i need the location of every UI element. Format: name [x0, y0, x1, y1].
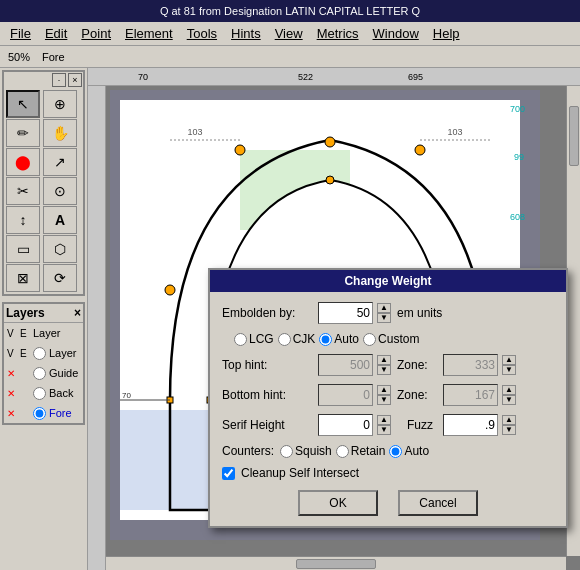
- top-zone-input[interactable]: [443, 354, 498, 376]
- layer-row-back[interactable]: ✕ Back: [4, 383, 83, 403]
- bottom-zone-down[interactable]: ▼: [502, 395, 516, 405]
- menu-element[interactable]: Element: [119, 24, 179, 43]
- top-hint-input[interactable]: [318, 354, 373, 376]
- col-visible: V: [7, 328, 17, 339]
- menu-metrics[interactable]: Metrics: [311, 24, 365, 43]
- counters-label: Counters:: [222, 444, 274, 458]
- top-hint-spinner: ▲ ▼: [377, 355, 391, 375]
- top-zone-up[interactable]: ▲: [502, 355, 516, 365]
- titlebar-text: Q at 81 from Designation LATIN CAPITAL L…: [160, 5, 420, 17]
- layer-select-back[interactable]: [33, 387, 46, 400]
- tool-draw[interactable]: ✏: [6, 119, 40, 147]
- scrollbar-vertical[interactable]: [566, 86, 580, 556]
- embolden-up[interactable]: ▲: [377, 303, 391, 313]
- layer-visible-layer[interactable]: V: [7, 348, 17, 359]
- radio-auto[interactable]: [319, 333, 332, 346]
- ok-button[interactable]: OK: [298, 490, 378, 516]
- fuzz-down[interactable]: ▼: [502, 425, 516, 435]
- layer-row-fore[interactable]: ✕ Fore: [4, 403, 83, 423]
- menu-file[interactable]: File: [4, 24, 37, 43]
- radio-auto-label[interactable]: Auto: [319, 332, 359, 346]
- bottom-hint-down[interactable]: ▼: [377, 395, 391, 405]
- layer-row-layer[interactable]: V E Layer: [4, 343, 83, 363]
- radio-custom[interactable]: [363, 333, 376, 346]
- layer-visible-fore[interactable]: ✕: [7, 408, 17, 419]
- svg-point-11: [165, 285, 175, 295]
- bottom-hint-row: Bottom hint: ▲ ▼ Zone: ▲ ▼: [222, 384, 554, 406]
- layer-indicator: Fore: [38, 50, 69, 64]
- tool-rotate[interactable]: ⟳: [43, 264, 77, 292]
- tool-panel-close[interactable]: ×: [68, 73, 82, 87]
- tool-transform[interactable]: ⊠: [6, 264, 40, 292]
- fuzz-input[interactable]: [443, 414, 498, 436]
- layer-visible-guide[interactable]: ✕: [7, 368, 17, 379]
- bottom-hint-input[interactable]: [318, 384, 373, 406]
- top-zone-down[interactable]: ▼: [502, 365, 516, 375]
- menu-view[interactable]: View: [269, 24, 309, 43]
- canvas-area[interactable]: 70 522 695: [88, 68, 580, 570]
- embolden-input[interactable]: [318, 302, 373, 324]
- layers-close[interactable]: ×: [74, 306, 81, 320]
- tool-grid: ↖ ⊕ ✏ ✋ ⬤ ↗ ✂ ⊙ ↕ A ▭ ⬡ ⊠ ⟳: [4, 88, 83, 294]
- layer-select-layer[interactable]: [33, 347, 46, 360]
- scrollbar-horizontal[interactable]: [106, 556, 566, 570]
- tool-point[interactable]: ⬤: [6, 148, 40, 176]
- counter-squish-label[interactable]: Squish: [280, 444, 332, 458]
- radio-cjk-label[interactable]: CJK: [278, 332, 316, 346]
- layer-row-guide[interactable]: ✕ Guide: [4, 363, 83, 383]
- tool-ruler[interactable]: ↕: [6, 206, 40, 234]
- radio-lcg-label[interactable]: LCG: [234, 332, 274, 346]
- tool-poly[interactable]: ⬡: [43, 235, 77, 263]
- layer-select-guide[interactable]: [33, 367, 46, 380]
- counter-auto-label[interactable]: Auto: [389, 444, 429, 458]
- tool-magnify[interactable]: ⊕: [43, 90, 77, 118]
- tool-circle[interactable]: ⊙: [43, 177, 77, 205]
- tool-tangent[interactable]: ↗: [43, 148, 77, 176]
- bottom-hint-up[interactable]: ▲: [377, 385, 391, 395]
- tool-panel-minimize[interactable]: ·: [52, 73, 66, 87]
- tool-cut[interactable]: ✂: [6, 177, 40, 205]
- layer-visible-back[interactable]: ✕: [7, 388, 17, 399]
- tool-rect[interactable]: ▭: [6, 235, 40, 263]
- menu-window[interactable]: Window: [367, 24, 425, 43]
- radio-custom-label[interactable]: Custom: [363, 332, 419, 346]
- layer-edit-layer[interactable]: E: [20, 348, 30, 359]
- top-hint-down[interactable]: ▼: [377, 365, 391, 375]
- top-hint-label: Top hint:: [222, 358, 312, 372]
- menu-edit[interactable]: Edit: [39, 24, 73, 43]
- top-hint-up[interactable]: ▲: [377, 355, 391, 365]
- counter-retain[interactable]: [336, 445, 349, 458]
- radio-cjk[interactable]: [278, 333, 291, 346]
- scrollbar-v-thumb[interactable]: [569, 106, 579, 166]
- fuzz-up[interactable]: ▲: [502, 415, 516, 425]
- layer-name-back: Back: [49, 387, 73, 399]
- tool-scroll[interactable]: ✋: [43, 119, 77, 147]
- bottom-zone-up[interactable]: ▲: [502, 385, 516, 395]
- tool-pointer[interactable]: ↖: [6, 90, 40, 118]
- tool-text[interactable]: A: [43, 206, 77, 234]
- counter-retain-label[interactable]: Retain: [336, 444, 386, 458]
- menu-tools[interactable]: Tools: [181, 24, 223, 43]
- layers-header: Layers ×: [4, 304, 83, 323]
- svg-text:608: 608: [510, 212, 525, 222]
- layer-select-fore[interactable]: [33, 407, 46, 420]
- counter-squish[interactable]: [280, 445, 293, 458]
- serif-down[interactable]: ▼: [377, 425, 391, 435]
- menu-hints[interactable]: Hints: [225, 24, 267, 43]
- scrollbar-h-thumb[interactable]: [296, 559, 376, 569]
- serif-input[interactable]: [318, 414, 373, 436]
- counter-auto[interactable]: [389, 445, 402, 458]
- cleanup-checkbox[interactable]: [222, 467, 235, 480]
- serif-up[interactable]: ▲: [377, 415, 391, 425]
- zoom-level[interactable]: 50%: [4, 50, 34, 64]
- radio-lcg[interactable]: [234, 333, 247, 346]
- menu-help[interactable]: Help: [427, 24, 466, 43]
- cancel-button[interactable]: Cancel: [398, 490, 478, 516]
- menu-point[interactable]: Point: [75, 24, 117, 43]
- bottom-zone-input[interactable]: [443, 384, 498, 406]
- embolden-down[interactable]: ▼: [377, 313, 391, 323]
- svg-text:103: 103: [187, 127, 202, 137]
- counters-radio-group: Squish Retain Auto: [280, 444, 429, 458]
- svg-point-15: [326, 176, 334, 184]
- radio-row: LCG CJK Auto Custom: [222, 332, 554, 346]
